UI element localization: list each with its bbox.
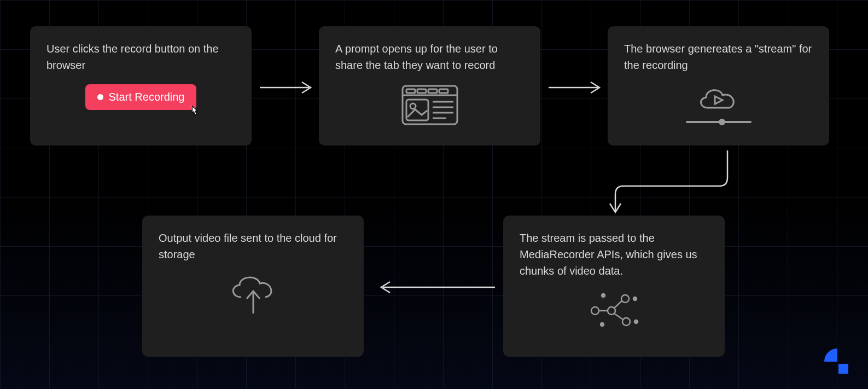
svg-rect-8 [406, 100, 428, 120]
cloud-upload-icon [159, 272, 347, 319]
svg-point-0 [190, 106, 193, 108]
step-3-text: The browser genereates a "stream" for th… [624, 40, 813, 73]
svg-point-23 [634, 320, 638, 323]
svg-rect-7 [439, 89, 448, 93]
browser-tab-share-icon [335, 83, 524, 127]
svg-point-16 [591, 307, 599, 315]
arrow-1-to-2 [257, 79, 317, 96]
stream-cloud-icon [624, 83, 813, 123]
svg-rect-4 [406, 89, 415, 93]
svg-marker-15 [715, 96, 723, 104]
step-5-card: Output video file sent to the cloud for … [142, 216, 364, 357]
cursor-pointer-icon [187, 102, 202, 118]
step-3-card: The browser genereates a "stream" for th… [608, 26, 829, 146]
svg-point-19 [622, 318, 630, 326]
start-recording-label: Start Recording [109, 91, 185, 103]
svg-point-22 [601, 323, 604, 326]
stream-progress-slider [686, 121, 752, 123]
step-2-text: A prompt opens up for the user to share … [335, 40, 524, 73]
arrow-4-to-5 [372, 279, 498, 295]
step-1-card: User clicks the record button on the bro… [30, 26, 252, 146]
svg-point-20 [633, 297, 637, 300]
arrow-3-to-4 [602, 148, 744, 219]
svg-point-18 [621, 295, 629, 303]
svg-line-26 [614, 313, 623, 320]
record-dot-icon [97, 94, 103, 100]
svg-rect-5 [417, 89, 426, 93]
svg-line-25 [614, 301, 622, 308]
arrow-2-to-3 [546, 79, 606, 96]
step-4-card: The stream is passed to the MediaRecorde… [503, 216, 725, 357]
svg-point-17 [608, 307, 615, 315]
svg-rect-6 [428, 89, 437, 93]
step-1-text: User clicks the record button on the bro… [46, 40, 235, 73]
svg-point-9 [410, 103, 416, 109]
step-5-text: Output video file sent to the cloud for … [159, 230, 347, 263]
step-2-card: A prompt opens up for the user to share … [319, 26, 540, 146]
step-4-text: The stream is passed to the MediaRecorde… [520, 230, 708, 279]
start-recording-button[interactable]: Start Recording [85, 84, 197, 110]
data-chunks-graph-icon [520, 289, 708, 330]
svg-point-21 [602, 294, 605, 297]
svg-rect-29 [838, 364, 848, 374]
brand-logo-icon [821, 345, 852, 378]
